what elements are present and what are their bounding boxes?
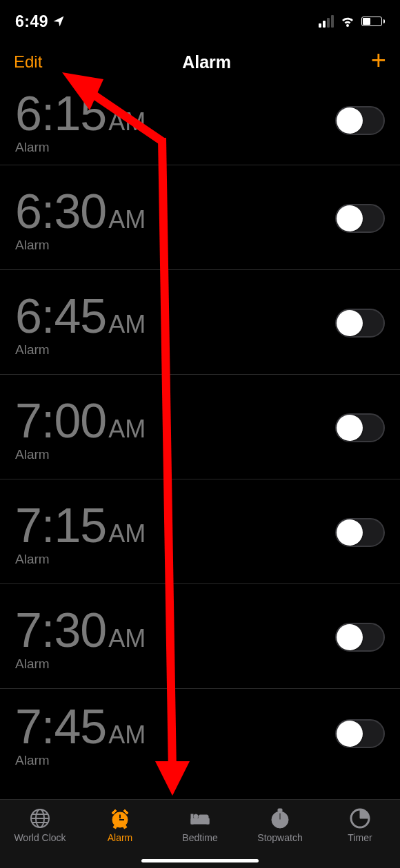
svg-rect-16: [278, 809, 282, 812]
alarm-label: Alarm: [15, 657, 146, 672]
alarm-row[interactable]: 7:15AM Alarm: [0, 479, 400, 584]
alarm-label: Alarm: [15, 140, 146, 155]
page-title: Alarm: [182, 52, 231, 72]
alarm-time: 7:15AM: [15, 498, 146, 553]
tab-label: Stopwatch: [257, 832, 302, 843]
svg-point-13: [194, 814, 198, 818]
add-button[interactable]: +: [371, 54, 386, 71]
alarm-label: Alarm: [15, 447, 146, 462]
tab-label: World Clock: [14, 832, 66, 843]
alarm-toggle[interactable]: [335, 413, 385, 442]
wifi-icon: [339, 14, 356, 28]
alarm-toggle[interactable]: [335, 719, 385, 748]
alarm-toggle[interactable]: [335, 204, 385, 233]
alarm-toggle[interactable]: [335, 518, 385, 547]
alarm-row[interactable]: 7:30AM Alarm: [0, 584, 400, 689]
tab-label: Alarm: [108, 832, 133, 843]
svg-rect-17: [279, 813, 281, 820]
home-indicator[interactable]: [141, 859, 259, 862]
alarm-label: Alarm: [15, 342, 146, 358]
svg-rect-14: [199, 815, 208, 819]
tab-stopwatch[interactable]: Stopwatch: [240, 807, 320, 843]
alarm-row[interactable]: 6:45AM Alarm: [0, 270, 400, 375]
tab-bedtime[interactable]: Bedtime: [160, 807, 240, 843]
status-bar: 6:49: [0, 0, 400, 41]
stopwatch-icon: [268, 807, 292, 830]
tab-timer[interactable]: Timer: [320, 807, 400, 843]
battery-icon: [361, 17, 386, 26]
alarm-list[interactable]: 6:15AM Alarm 6:30AM Alarm 6:45AM Alarm 7…: [0, 83, 400, 799]
alarm-time: 6:30AM: [15, 184, 146, 239]
alarm-toggle[interactable]: [335, 623, 385, 652]
status-left: 6:49: [15, 12, 65, 31]
tab-bar: World Clock Alarm Bedtime Stopwatch Time…: [0, 799, 400, 868]
nav-bar: Edit Alarm +: [0, 41, 400, 83]
alarm-clock-icon: [108, 807, 132, 830]
alarm-time: 7:00AM: [15, 393, 146, 448]
alarm-toggle[interactable]: [335, 106, 385, 135]
alarm-time: 6:45AM: [15, 289, 146, 344]
alarm-time: 7:45AM: [15, 699, 146, 754]
tab-label: Bedtime: [182, 832, 217, 843]
alarm-time: 7:30AM: [15, 603, 146, 658]
alarm-toggle[interactable]: [335, 309, 385, 338]
alarm-label: Alarm: [15, 238, 146, 253]
alarm-row[interactable]: 7:45AM Alarm: [0, 689, 400, 777]
bed-icon: [188, 807, 212, 830]
alarm-label: Alarm: [15, 753, 146, 768]
svg-rect-7: [119, 819, 125, 821]
status-right: [319, 14, 386, 28]
alarm-label: Alarm: [15, 552, 146, 567]
edit-button[interactable]: Edit: [14, 52, 42, 72]
tab-world-clock[interactable]: World Clock: [0, 807, 80, 843]
cellular-icon: [319, 15, 334, 28]
globe-icon: [28, 807, 52, 830]
location-icon: [52, 15, 65, 28]
alarm-row[interactable]: 6:15AM Alarm: [0, 83, 400, 165]
tab-alarm[interactable]: Alarm: [80, 807, 160, 843]
alarm-time: 6:15AM: [15, 86, 146, 141]
status-time: 6:49: [15, 12, 48, 31]
alarm-row[interactable]: 6:30AM Alarm: [0, 165, 400, 270]
tab-label: Timer: [348, 832, 372, 843]
alarm-row[interactable]: 7:00AM Alarm: [0, 375, 400, 479]
svg-rect-11: [191, 814, 193, 824]
timer-icon: [348, 807, 372, 830]
